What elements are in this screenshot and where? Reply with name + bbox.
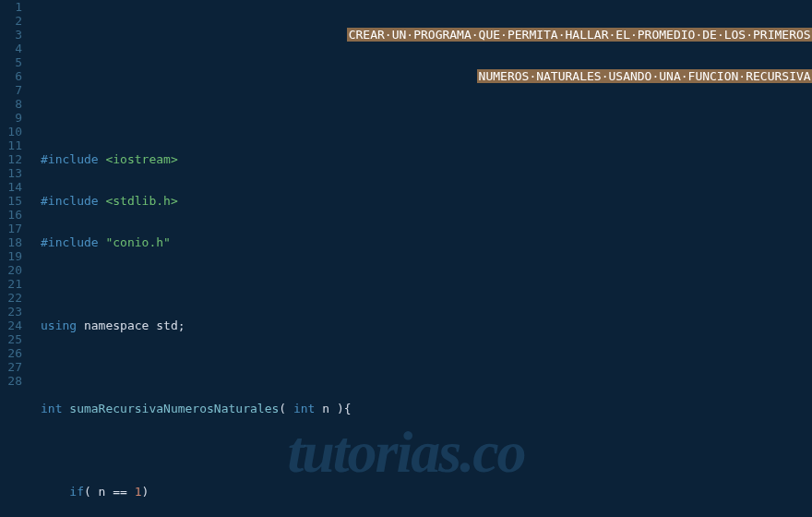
line-number: 10 bbox=[4, 125, 22, 138]
selected-comment: CREAR·UN·PROGRAMA·QUE·PERMITA·HALLAR·EL·… bbox=[347, 28, 812, 42]
line-number: 17 bbox=[4, 222, 22, 235]
code-line[interactable]: int sumaRecursivaNumerosNaturales( int n… bbox=[41, 402, 812, 415]
code-line[interactable]: #include "conio.h" bbox=[41, 235, 812, 249]
code-line[interactable]: CREAR·UN·PROGRAMA·QUE·PERMITA·HALLAR·EL·… bbox=[41, 28, 812, 42]
code-line[interactable]: using namespace std; bbox=[41, 319, 812, 332]
code-line[interactable] bbox=[41, 111, 812, 125]
line-number: 28 bbox=[4, 374, 22, 388]
line-number: 21 bbox=[4, 277, 22, 291]
line-number: 13 bbox=[4, 166, 22, 180]
line-number: 26 bbox=[4, 346, 22, 360]
code-area[interactable]: CREAR·UN·PROGRAMA·QUE·PERMITA·HALLAR·EL·… bbox=[31, 0, 812, 517]
line-number: 19 bbox=[4, 249, 22, 263]
line-number: 2 bbox=[4, 14, 22, 28]
code-line[interactable] bbox=[41, 360, 812, 374]
line-number: 9 bbox=[4, 111, 22, 125]
line-number: 14 bbox=[4, 180, 22, 194]
code-line[interactable] bbox=[41, 277, 812, 291]
line-number-gutter: 1 2 3 4 5 6 7 8 9 10 11 12 13 14 15 16 1… bbox=[0, 0, 31, 517]
line-number: 20 bbox=[4, 263, 22, 277]
code-line[interactable]: #include <iostream> bbox=[41, 152, 812, 166]
line-number: 11 bbox=[4, 138, 22, 152]
line-number: 23 bbox=[4, 305, 22, 319]
line-number: 22 bbox=[4, 291, 22, 305]
code-line[interactable] bbox=[41, 443, 812, 457]
line-number: 12 bbox=[4, 152, 22, 166]
code-line[interactable]: NUMEROS·NATURALES·USANDO·UNA·FUNCION·REC… bbox=[41, 69, 812, 83]
selected-comment: NUMEROS·NATURALES·USANDO·UNA·FUNCION·REC… bbox=[477, 69, 812, 83]
line-number: 4 bbox=[4, 42, 22, 55]
line-number: 3 bbox=[4, 28, 22, 42]
line-number: 18 bbox=[4, 235, 22, 249]
code-editor[interactable]: 1 2 3 4 5 6 7 8 9 10 11 12 13 14 15 16 1… bbox=[0, 0, 812, 517]
line-number: 6 bbox=[4, 69, 22, 83]
line-number: 8 bbox=[4, 97, 22, 111]
line-number: 1 bbox=[4, 0, 22, 14]
line-number: 24 bbox=[4, 319, 22, 332]
line-number: 25 bbox=[4, 332, 22, 346]
line-number: 5 bbox=[4, 55, 22, 69]
code-line[interactable]: #include <stdlib.h> bbox=[41, 194, 812, 208]
code-line[interactable]: if( n == 1) bbox=[41, 485, 812, 499]
line-number: 16 bbox=[4, 208, 22, 222]
line-number: 27 bbox=[4, 360, 22, 374]
line-number: 7 bbox=[4, 83, 22, 97]
line-number: 15 bbox=[4, 194, 22, 208]
